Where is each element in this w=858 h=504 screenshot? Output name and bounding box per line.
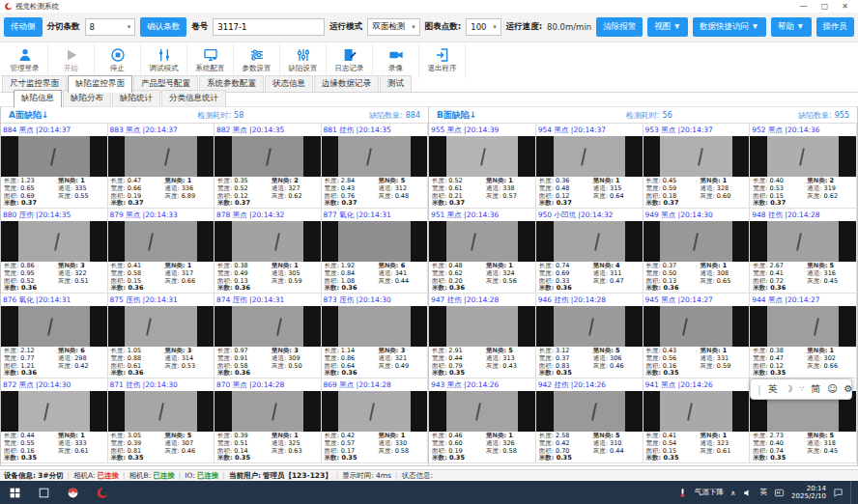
vision-app-button[interactable] [87,481,116,504]
defect-cell[interactable]: 955 黑点 |20:14:39 长度: 0.52 宽度: 0.61 面积: 0… [429,124,536,209]
system-config-button[interactable]: 系统配置 [187,42,234,78]
defect-meta: 长度: 2.91 宽度: 0.44 面积: 0.79 米数: 0.35 第N类:… [429,347,535,378]
defect-cell[interactable]: 869 黑点 |20:14:28 长度: 0.42 宽度: 0.57 面积: 0… [322,378,429,463]
emoji-icon[interactable]: ☺ [827,379,837,399]
notification-center-icon[interactable] [833,488,844,498]
defect-image [214,306,321,347]
debug-mode-button[interactable]: 调试模式 [141,42,187,78]
sub-tab[interactable]: 分类信息统计 [161,90,226,106]
help-menu-button[interactable]: 帮助 ▼ [771,17,812,37]
admin-login-button[interactable]: 管理登录 [2,42,48,78]
defect-cell[interactable]: 874 压伤 |20:14:31 长度: 0.97 宽度: 0.91 面积: 0… [214,294,322,378]
data-quick-access-menu-button[interactable]: 数据快捷访问 ▼ [693,17,766,37]
panel-b-header: B面缺陷↓ 检测耗时:56 缺陷数量:955 [429,107,857,124]
defect-cell[interactable]: 870 黑点 |20:14:28 长度: 0.39 宽度: 0.51 面积: 0… [214,378,322,463]
close-icon[interactable]: ✕ [842,0,848,13]
video-record-button[interactable]: 录像 [373,42,419,78]
browser-app-button[interactable] [58,481,87,504]
defect-image [536,391,643,432]
volume-icon[interactable] [743,488,754,498]
moon-icon[interactable]: ☽ [785,379,793,399]
ime-simplified-toggle[interactable]: 简 [811,379,820,399]
roll-number-input[interactable] [213,18,325,36]
defect-panels: A面缺陷↓ 检测耗时:58 缺陷数量:884 884 黑点 |20:14:37 … [0,107,858,466]
defect-cell[interactable]: 944 黑点 |20:14:27 长度: 0.38 宽度: 0.47 面积: 0… [750,294,857,378]
defect-cell[interactable]: 943 黑点 |20:14:26 长度: 0.46 宽度: 0.60 面积: 0… [429,378,536,463]
ime-english-toggle[interactable]: 英 [768,379,778,399]
run-mode-dropdown[interactable]: 双面检测 ▾ [367,18,420,36]
slit-count-dropdown[interactable]: 8 ▾ [85,18,136,36]
parameter-settings-button[interactable]: 参数设置 [234,42,280,78]
display-time: 显示时间:4ms [342,471,391,481]
defect-cell[interactable]: 883 黑点 |20:14:37 长度: 0.47 宽度: 0.66 面积: 0… [108,124,215,209]
defect-cell-header: 947 挂伤 |20:14:28 [429,294,535,306]
minimize-icon[interactable]: — [800,0,808,13]
clock-time: 20:14 [791,485,826,492]
defect-image [750,136,856,177]
gear-icon[interactable]: ⚙ [844,379,853,399]
operator-button[interactable]: 操作员 [816,17,855,37]
log-record-button[interactable]: 日志记录 [327,42,373,78]
main-tab[interactable]: 边缘数据记录 [314,75,379,92]
ime-mode-icon[interactable] [774,488,785,498]
show-desktop-button[interactable] [850,481,854,504]
defect-cell[interactable]: 946 挂伤 |20:14:28 长度: 3.12 宽度: 0.37 面积: 0… [536,294,644,378]
defect-cell[interactable]: 949 黑点 |20:14:30 长度: 0.37 宽度: 0.50 面积: 0… [644,209,751,294]
stop-button[interactable]: 停止 [95,42,141,78]
exit-program-button[interactable]: 退出程序 [419,42,466,78]
main-tab[interactable]: 状态信息 [265,75,313,92]
defect-cell[interactable]: 879 黑点 |20:14:33 长度: 0.41 宽度: 0.58 面积: 0… [108,209,215,294]
defect-image [108,221,214,262]
defect-cell[interactable]: 877 氧化 |20:14:31 长度: 1.92 宽度: 0.84 面积: 1… [322,209,429,294]
defect-cell-header: 941 黑点 |20:14:26 [644,378,750,391]
defect-cell[interactable]: 882 黑点 |20:14:35 长度: 0.35 宽度: 0.52 面积: 0… [214,124,322,209]
defect-cell[interactable]: 878 黑点 |20:14:32 长度: 0.38 宽度: 0.49 面积: 0… [214,209,322,294]
confirm-count-button[interactable]: 确认条数 [140,17,186,37]
defect-cell-header: 946 挂伤 |20:14:28 [536,294,643,306]
task-view-button[interactable] [29,481,58,504]
language-indicator[interactable]: 英 [760,488,768,497]
defect-cell[interactable]: 954 黑点 |20:14:37 长度: 0.36 宽度: 0.48 面积: 0… [536,124,644,209]
defect-cell[interactable]: 884 黑点 |20:14:37 长度: 1.23 宽度: 0.65 面积: 0… [1,124,108,209]
defect-cell-header: 879 黑点 |20:14:33 [108,209,214,221]
defect-settings-button[interactable]: 缺陷设置 [280,42,327,78]
defect-cell[interactable]: 947 挂伤 |20:14:28 长度: 2.91 宽度: 0.44 面积: 0… [429,294,536,378]
defect-cell[interactable]: 873 压伤 |20:14:30 长度: 1.14 宽度: 0.86 面积: 0… [322,294,429,378]
view-menu-button[interactable]: 视图 ▼ [647,17,688,37]
sliders-vertical-icon [296,47,311,63]
chart-points-dropdown[interactable]: 100 ▾ [466,18,500,36]
defect-cell[interactable]: 948 挂伤 |20:14:28 长度: 2.67 宽度: 0.41 面积: 0… [750,209,857,294]
start-button[interactable]: 开始 [48,42,95,78]
ime-drag-handle[interactable]: | [758,383,761,396]
defect-meta: 长度: 0.44 宽度: 0.55 面积: 0.16 米数: 0.35 第N类:… [1,432,107,462]
defect-cell[interactable]: 945 黑点 |20:14:27 长度: 0.43 宽度: 0.56 面积: 0… [644,294,751,378]
defect-cell[interactable]: 872 黑点 |20:14:30 长度: 0.44 宽度: 0.55 面积: 0… [1,378,108,463]
defect-cell[interactable]: 880 压伤 |20:14:35 长度: 0.86 宽度: 0.95 面积: 0… [1,209,108,294]
clock[interactable]: 20:14 2025/2/10 [791,485,826,500]
main-tab[interactable]: 缺陷监控界面 [68,75,132,93]
clear-alarm-button[interactable]: 清除报警 [596,17,643,37]
sub-tab[interactable]: 缺陷信息 [14,90,62,107]
defect-cell[interactable]: 941 黑点 |20:14:26 长度: 0.41 宽度: 0.54 面积: 0… [644,378,751,463]
maximize-icon[interactable]: ▢ [821,0,829,13]
run-speed-label: 运行速度: [506,21,542,33]
defect-cell[interactable]: 953 黑点 |20:14:37 长度: 0.45 宽度: 0.59 面积: 0… [644,124,751,209]
weather-text[interactable]: 气温下降 [695,488,724,497]
tray-expand-chevron[interactable]: ∧ [730,489,736,497]
defect-cell[interactable]: 875 压伤 |20:14:31 长度: 1.05 宽度: 0.88 面积: 0… [108,294,215,378]
thermometer-icon [677,488,688,498]
defect-cell[interactable]: 950 小凹坑 |20:14:32 长度: 0.74 宽度: 0.69 面积: … [536,209,644,294]
defect-cell-header: 873 压伤 |20:14:30 [322,294,428,306]
defect-cell[interactable]: 881 挂伤 |20:14:35 长度: 2.84 宽度: 0.43 面积: 0… [322,124,429,209]
start-button[interactable] [0,481,29,504]
defect-cell[interactable]: 942 挂伤 |20:14:26 长度: 2.58 宽度: 0.42 面积: 0… [536,378,644,463]
defect-cell[interactable]: 871 挂伤 |20:14:30 长度: 3.05 宽度: 0.39 面积: 0… [108,378,215,463]
defect-cell[interactable]: 951 黑点 |20:14:36 长度: 0.48 宽度: 0.62 面积: 0… [429,209,536,294]
ime-toolbar[interactable]: | 英 ☽ ∵ 简 ☺ ⚙ [750,378,852,400]
main-tab[interactable]: 测试 [380,75,412,92]
ime-dots-icon[interactable]: ∵ [800,379,804,399]
defect-meta: 长度: 0.41 宽度: 0.58 面积: 0.15 米数: 0.36 第N类:… [108,262,214,293]
defect-cell[interactable]: 952 黑点 |20:14:36 长度: 0.40 宽度: 0.53 面积: 0… [750,124,857,209]
drive-side-button[interactable]: 传动侧 [4,17,43,37]
defect-cell[interactable]: 876 氧化 |20:14:31 长度: 2.12 宽度: 0.77 面积: 1… [1,294,108,378]
